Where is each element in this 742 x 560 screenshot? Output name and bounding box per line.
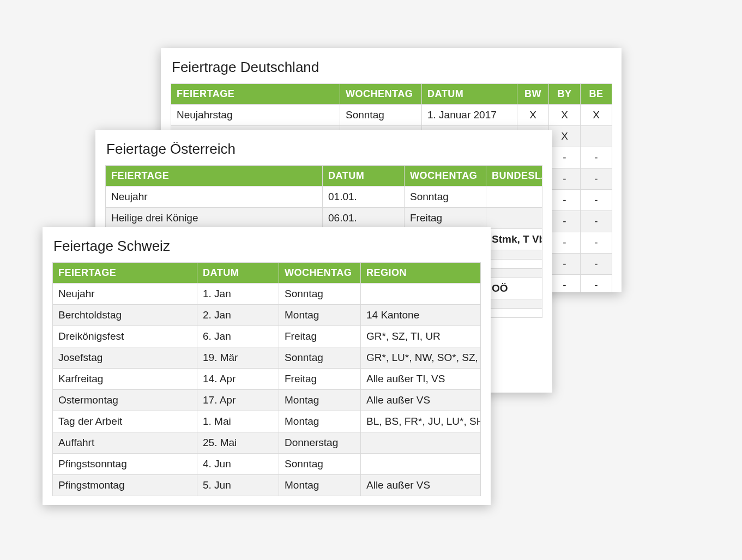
cell: Sonntag (340, 105, 422, 126)
card-title-switzerland: Feiertage Schweiz (53, 238, 480, 255)
card-title-germany: Feiertrage Deutschland (172, 59, 611, 76)
cell: Sonntag (279, 454, 361, 475)
table-header-row: FEIERTAGE WOCHENTAG DATUM BW BY BE (171, 84, 612, 105)
cell (486, 250, 542, 260)
cell: 2. Jan (197, 305, 279, 326)
cell: X (581, 105, 612, 126)
table-row: Tag der Arbeit1. MaiMontagBL, BS, FR*, J… (53, 411, 481, 432)
cell: - (549, 232, 581, 254)
th: BW (517, 84, 549, 105)
cell: Montag (279, 475, 361, 496)
cell: X (517, 105, 549, 126)
cell (486, 299, 542, 309)
table-row: Neujahr1. JanSonntag (53, 284, 481, 305)
cell: - (581, 275, 612, 293)
cell: - (549, 211, 581, 232)
cell: - (549, 147, 581, 168)
cell: Sonntag (405, 186, 486, 208)
th: WOCHENTAG (279, 263, 361, 284)
th: FEIERTAGE (171, 84, 340, 105)
cell: Sonntag (279, 347, 361, 369)
cell: 25. Mai (197, 432, 279, 454)
th: DATUM (323, 166, 405, 186)
cell: 1. Januar 2017 (422, 105, 517, 126)
cell: Neujahrstag (171, 105, 340, 126)
cell: - (549, 168, 581, 190)
cell: 4. Jun (197, 454, 279, 475)
cell: 1. Jan (197, 284, 279, 305)
cell (486, 309, 542, 318)
cell: Berchtoldstag (53, 305, 197, 326)
table-row: Dreikönigsfest6. JanFreitagGR*, SZ, TI, … (53, 326, 481, 347)
cell: Tag der Arbeit (53, 411, 197, 432)
th: DATUM (197, 263, 279, 284)
cell: - (581, 147, 612, 168)
cell: Heilige drei Könige (106, 208, 323, 229)
table-header-row: FEIERTAGE DATUM WOCHENTAG BUNDESLAND (106, 166, 542, 186)
cell: Freitag (405, 208, 486, 229)
cell: Pfingstsonntag (53, 454, 197, 475)
cell: Montag (279, 305, 361, 326)
cell: Alle außer VS (361, 475, 481, 496)
cell: 14. Apr (197, 369, 279, 390)
cell: BL, BS, FR*, JU, LU*, SH, S (361, 411, 481, 432)
cell (361, 284, 481, 305)
cell: Auffahrt (53, 432, 197, 454)
cell: Freitag (279, 326, 361, 347)
cell: - (581, 168, 612, 190)
cell: Montag (279, 390, 361, 411)
cell: 1. Mai (197, 411, 279, 432)
table-row: Ostermontag17. AprMontagAlle außer VS (53, 390, 481, 411)
cell: Josefstag (53, 347, 197, 369)
th: DATUM (422, 84, 517, 105)
th: WOCHENTAG (405, 166, 486, 186)
cell (486, 260, 542, 269)
cell: Ostermontag (53, 390, 197, 411)
cell: - (581, 254, 612, 275)
table-row: Berchtoldstag2. JanMontag14 Kantone (53, 305, 481, 326)
table-header-row: FEIERTAGE DATUM WOCHENTAG REGION (53, 263, 481, 284)
cell (486, 269, 542, 278)
table-row: Josefstag19. MärSonntagGR*, LU*, NW, SO*… (53, 347, 481, 369)
th: REGION (361, 263, 481, 284)
cell: Freitag (279, 369, 361, 390)
cell: GR*, SZ, TI, UR (361, 326, 481, 347)
cell: X (549, 126, 581, 147)
th: FEIERTAGE (53, 263, 197, 284)
table-row: Pfingstsonntag4. JunSonntag (53, 454, 481, 475)
cell: Karfreitag (53, 369, 197, 390)
cell: 19. Mär (197, 347, 279, 369)
table-switzerland: FEIERTAGE DATUM WOCHENTAG REGION Neujahr… (52, 262, 481, 496)
cell: Stmk, T Vbg (486, 229, 542, 250)
cell (581, 126, 612, 147)
cell: Alle außer VS (361, 390, 481, 411)
cell: 17. Apr (197, 390, 279, 411)
cell (361, 432, 481, 454)
cell: Dreikönigsfest (53, 326, 197, 347)
table-row: Auffahrt25. MaiDonnerstag (53, 432, 481, 454)
th: BUNDESLAND (486, 166, 542, 186)
cell: Alle außer TI, VS (361, 369, 481, 390)
cell: 14 Kantone (361, 305, 481, 326)
cell (361, 454, 481, 475)
th: BE (581, 84, 612, 105)
cell: GR*, LU*, NW, SO*, SZ, TI, (361, 347, 481, 369)
cell: Pfingstmontag (53, 475, 197, 496)
th: WOCHENTAG (340, 84, 422, 105)
cell: - (549, 254, 581, 275)
table-row: NeujahrstagSonntag1. Januar 2017XXX (171, 105, 612, 126)
cell: Neujahr (53, 284, 197, 305)
cell: 6. Jan (197, 326, 279, 347)
table-row: Neujahr01.01.Sonntag (106, 186, 542, 208)
table-row: Pfingstmontag5. JunMontagAlle außer VS (53, 475, 481, 496)
cell: - (549, 275, 581, 293)
cell: 06.01. (323, 208, 405, 229)
th: BY (549, 84, 581, 105)
canvas: Feiertrage Deutschland FEIERTAGE WOCHENT… (0, 0, 742, 560)
cell: - (549, 190, 581, 211)
card-title-austria: Feiertage Österreich (106, 141, 541, 158)
table-row: Heilige drei Könige06.01.Freitag (106, 208, 542, 229)
th: FEIERTAGE (106, 166, 323, 186)
cell: - (581, 211, 612, 232)
cell: Neujahr (106, 186, 323, 208)
